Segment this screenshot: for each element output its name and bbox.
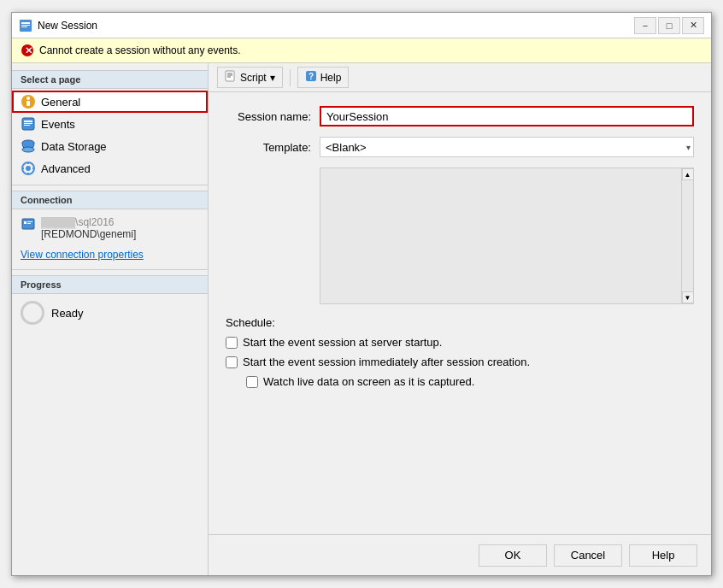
svg-rect-3 [21, 26, 27, 27]
checkbox-row-2: Start the event session immediately afte… [226, 356, 694, 368]
cancel-button[interactable]: Cancel [554, 544, 622, 567]
schedule-section: Schedule: Start the event session at ser… [226, 316, 694, 388]
maximize-button[interactable]: □ [658, 17, 680, 34]
sidebar-item-events[interactable]: Events [12, 113, 208, 135]
help-button[interactable]: ? Help [297, 67, 350, 88]
connection-text: ▓▓▓▓▓\sql2016 [REDMOND\genemi] [41, 216, 136, 240]
svg-rect-8 [26, 101, 30, 106]
svg-text:?: ? [309, 72, 314, 81]
main-area: Select a page General [12, 63, 711, 575]
template-select-wrapper: <Blank> Standard Query Detail Activity T… [320, 137, 694, 157]
progress-spinner [21, 301, 44, 325]
checkbox-row-1: Start the event session at server startu… [226, 336, 694, 349]
svg-rect-10 [24, 121, 32, 122]
template-label: Template: [226, 141, 320, 154]
session-name-label: Session name: [226, 110, 320, 123]
new-session-window: New Session − □ ✕ ✕ Cannot create a sess… [11, 12, 712, 576]
progress-content: Ready [12, 296, 208, 330]
sidebar-separator-1 [12, 185, 208, 185]
vertical-scrollbar[interactable]: ▲ ▼ [681, 168, 693, 303]
scroll-up-arrow[interactable]: ▲ [682, 168, 694, 180]
template-select[interactable]: <Blank> Standard Query Detail Activity T… [320, 137, 694, 157]
script-button[interactable]: Script ▾ [217, 67, 283, 88]
sidebar-item-general-label: General [41, 96, 80, 109]
scroll-down-arrow[interactable]: ▼ [682, 291, 694, 303]
content-area: Script ▾ ? Help [209, 63, 711, 575]
schedule-label: Schedule: [226, 316, 694, 329]
help-icon: ? [305, 70, 317, 85]
ok-button[interactable]: OK [479, 544, 547, 567]
svg-point-7 [26, 97, 30, 100]
svg-rect-11 [24, 123, 32, 124]
sidebar-item-data-storage[interactable]: Data Storage [12, 135, 208, 157]
minimize-button[interactable]: − [634, 17, 656, 34]
session-name-input[interactable] [320, 106, 694, 126]
checkbox-row-3: Watch live data on screen as it is captu… [246, 375, 694, 388]
svg-rect-1 [21, 22, 30, 24]
sidebar-item-events-label: Events [41, 118, 75, 131]
data-storage-icon [21, 138, 36, 154]
template-textarea-row: ▲ ▼ [226, 168, 694, 304]
connection-info: ▓▓▓▓▓\sql2016 [REDMOND\genemi] [12, 211, 208, 245]
window-icon [19, 19, 32, 32]
template-row: Template: <Blank> Standard Query Detail … [226, 137, 694, 157]
events-icon [21, 116, 36, 132]
svg-point-14 [22, 147, 34, 152]
svg-text:✕: ✕ [25, 45, 32, 56]
sidebar-item-general[interactable]: General [12, 91, 208, 113]
window-title: New Session [38, 20, 634, 32]
template-textarea-area: ▲ ▼ [320, 168, 694, 304]
advanced-icon [21, 161, 36, 176]
error-banner: ✕ Cannot create a session without any ev… [12, 38, 711, 63]
toolbar-divider [290, 69, 291, 86]
sidebar: Select a page General [12, 63, 209, 575]
svg-rect-23 [27, 221, 32, 222]
watch-live-checkbox[interactable] [246, 376, 258, 388]
progress-section-label: Progress [12, 275, 208, 294]
script-dropdown-arrow: ▾ [270, 72, 275, 84]
window-controls: − □ ✕ [634, 17, 704, 34]
svg-point-16 [26, 166, 31, 171]
sidebar-item-data-storage-label: Data Storage [41, 140, 107, 153]
svg-rect-2 [21, 25, 30, 26]
title-bar: New Session − □ ✕ [12, 13, 711, 38]
connection-section-label: Connection [12, 191, 208, 209]
view-connection-properties-link[interactable]: View connection properties [12, 245, 208, 264]
svg-rect-24 [27, 223, 31, 224]
svg-rect-25 [226, 71, 234, 81]
sidebar-item-advanced[interactable]: Advanced [12, 157, 208, 179]
session-name-row: Session name: [226, 106, 694, 126]
help-footer-button[interactable]: Help [629, 544, 697, 567]
progress-status: Ready [51, 307, 84, 320]
toolbar: Script ▾ ? Help [209, 63, 711, 92]
connection-user: [REDMOND\genemi] [41, 228, 136, 240]
error-icon: ✕ [21, 44, 34, 57]
watch-live-checkbox-label: Watch live data on screen as it is captu… [263, 375, 474, 388]
immediate-checkbox-label: Start the event session immediately afte… [243, 356, 530, 368]
connection-server: ▓▓▓▓▓\sql2016 [41, 216, 136, 228]
startup-checkbox[interactable] [226, 337, 238, 349]
general-icon [21, 94, 36, 109]
startup-checkbox-label: Start the event session at server startu… [243, 336, 442, 349]
error-message: Cannot create a session without any even… [39, 44, 240, 56]
script-icon [225, 70, 237, 85]
svg-rect-22 [24, 221, 26, 224]
bottom-bar: OK Cancel Help [209, 534, 711, 575]
connection-db-icon [21, 216, 36, 234]
immediate-checkbox[interactable] [226, 356, 238, 368]
close-button[interactable]: ✕ [682, 17, 704, 34]
sidebar-separator-2 [12, 269, 208, 270]
svg-rect-12 [24, 125, 30, 126]
sidebar-item-advanced-label: Advanced [41, 162, 91, 175]
form-area: Session name: Template: <Blank> Standard… [209, 92, 711, 534]
sidebar-section-label: Select a page [12, 70, 208, 89]
